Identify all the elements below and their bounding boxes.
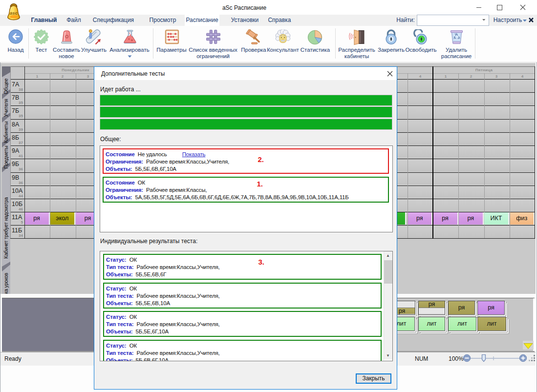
- svg-text:asc: asc: [10, 10, 18, 16]
- svg-text:Кабинеты: Кабинеты: [3, 122, 9, 143]
- svg-text:Учителя: Учителя: [3, 99, 9, 117]
- svg-text:ка уроков: ка уроков: [3, 272, 9, 294]
- svg-text:Кабинет требует надсмотра: Кабинет требует надсмотра: [3, 197, 9, 259]
- svg-text:Предметы: Предметы: [3, 146, 9, 169]
- svg-text:Общее: Общее: [3, 78, 9, 94]
